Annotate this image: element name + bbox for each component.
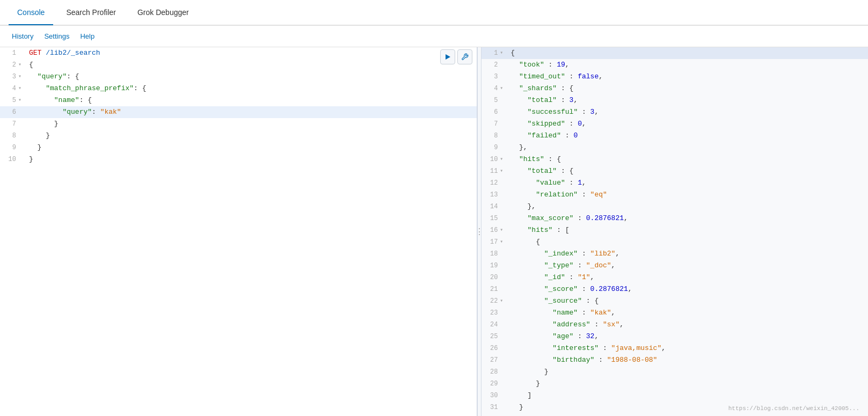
response-line-content: "_score" : 0.2876821,: [508, 283, 868, 295]
response-line: 4▾ "_shards" : {: [482, 83, 868, 94]
response-fold-arrow[interactable]: ▾: [500, 295, 505, 307]
response-line-content: },: [508, 142, 868, 154]
settings-button[interactable]: Settings: [41, 30, 72, 42]
response-line-content: "took" : 19,: [508, 59, 868, 71]
code-editor[interactable]: 1 GET /lib2/_search2▾{3▾ "query": {4▾ "m…: [0, 47, 477, 416]
response-line-number: 20: [486, 272, 498, 283]
line-number: 10: [4, 154, 16, 165]
response-line-gutter: 17▾: [482, 236, 508, 248]
response-fold-arrow[interactable]: ▾: [500, 224, 505, 236]
response-line-number: 14: [486, 201, 498, 213]
response-line-number: 1: [486, 47, 498, 59]
response-line: 3 "timed_out" : false,: [482, 71, 868, 83]
history-button[interactable]: History: [9, 30, 37, 42]
line-content: "name": {: [27, 94, 477, 106]
response-panel: 1▾{2 "took" : 19,3 "timed_out" : false,4…: [482, 47, 868, 416]
editor-line: 1 GET /lib2/_search: [0, 47, 477, 59]
response-line-gutter: 23: [482, 307, 508, 319]
response-line: 12 "value" : 1,: [482, 177, 868, 189]
response-line-number: 27: [486, 354, 498, 366]
response-line-content: "failed" : 0: [508, 130, 868, 142]
response-line: 28 }: [482, 366, 868, 378]
line-gutter: 5▾: [0, 94, 27, 106]
line-content: "match_phrase_prefix": {: [27, 83, 477, 94]
response-fold-arrow[interactable]: ▾: [500, 165, 505, 177]
help-button[interactable]: Help: [77, 30, 98, 42]
fold-arrow[interactable]: ▾: [18, 83, 24, 94]
fold-arrow[interactable]: ▾: [18, 71, 24, 83]
response-line-gutter: 27: [482, 354, 508, 366]
fold-arrow[interactable]: ▾: [18, 94, 24, 106]
editor-line: 4▾ "match_phrase_prefix": {: [0, 83, 477, 94]
response-line: 6 "successful" : 3,: [482, 106, 868, 118]
response-line-gutter: 26: [482, 342, 508, 354]
response-line: 10▾ "hits" : {: [482, 154, 868, 165]
watermark: https://blog.csdn.net/weixin_42005...: [728, 405, 859, 412]
response-line-number: 8: [486, 130, 498, 142]
response-line: 30 ]: [482, 390, 868, 402]
response-line-gutter: 16▾: [482, 224, 508, 236]
line-gutter: 6: [0, 106, 27, 118]
response-line-content: "birthday" : "1988-08-08": [508, 354, 868, 366]
response-line-content: "relation" : "eq": [508, 189, 868, 201]
response-line-content: "name" : "kak",: [508, 307, 868, 319]
tab-console[interactable]: Console: [9, 1, 53, 25]
line-gutter: 1: [0, 47, 27, 59]
response-line: 2 "took" : 19,: [482, 59, 868, 71]
line-gutter: 8: [0, 130, 27, 142]
response-line-gutter: 5: [482, 94, 508, 106]
response-fold-arrow[interactable]: ▾: [500, 154, 505, 165]
response-line-gutter: 7: [482, 118, 508, 130]
response-line-gutter: 15: [482, 213, 508, 224]
line-number: 5: [4, 94, 16, 106]
response-line-content: "hits" : [: [508, 224, 868, 236]
response-line-number: 24: [486, 319, 498, 331]
response-line-content: "value" : 1,: [508, 177, 868, 189]
response-line-number: 22: [486, 295, 498, 307]
line-number: 2: [4, 59, 16, 71]
response-line-content: "_index" : "lib2",: [508, 248, 868, 260]
editor-line: 2▾{: [0, 59, 477, 71]
response-line-content: {: [508, 47, 868, 59]
response-line-gutter: 20: [482, 272, 508, 283]
response-line-content: },: [508, 201, 868, 213]
response-line: 5 "total" : 3,: [482, 94, 868, 106]
response-line-gutter: 1▾: [482, 47, 508, 59]
response-fold-arrow[interactable]: ▾: [500, 236, 505, 248]
response-line-gutter: 2: [482, 59, 508, 71]
response-line-content: "_source" : {: [508, 295, 868, 307]
response-line-number: 18: [486, 248, 498, 260]
response-fold-arrow[interactable]: ▾: [500, 83, 505, 94]
response-line-content: "total" : {: [508, 165, 868, 177]
resize-handle[interactable]: ⋮: [477, 47, 482, 416]
line-gutter: 2▾: [0, 59, 27, 71]
response-line-content: "age" : 32,: [508, 331, 868, 342]
response-line: 24 "address" : "sx",: [482, 319, 868, 331]
top-nav: Console Search Profiler Grok Debugger: [0, 0, 868, 26]
response-line: 13 "relation" : "eq": [482, 189, 868, 201]
response-line-number: 21: [486, 283, 498, 295]
wrench-button[interactable]: [457, 49, 472, 64]
response-fold-arrow[interactable]: ▾: [500, 47, 505, 59]
tab-search-profiler[interactable]: Search Profiler: [57, 1, 125, 25]
response-line-number: 13: [486, 189, 498, 201]
editor-line: 5▾ "name": {: [0, 94, 477, 106]
line-content: }: [27, 154, 477, 165]
tab-grok-debugger[interactable]: Grok Debugger: [129, 1, 198, 25]
response-line-content: "_shards" : {: [508, 83, 868, 94]
line-gutter: 10: [0, 154, 27, 165]
line-content: }: [27, 130, 477, 142]
line-number: 8: [4, 130, 16, 142]
response-line-gutter: 28: [482, 366, 508, 378]
response-line-gutter: 8: [482, 130, 508, 142]
response-line: 17▾ {: [482, 236, 868, 248]
response-line-content: "interests" : "java,music",: [508, 342, 868, 354]
editor-line: 10 }: [0, 154, 477, 165]
response-line-number: 32: [486, 413, 498, 416]
run-button[interactable]: [440, 49, 455, 64]
response-line: 9 },: [482, 142, 868, 154]
line-gutter: 3▾: [0, 71, 27, 83]
fold-arrow[interactable]: ▾: [18, 59, 24, 71]
response-line-number: 5: [486, 94, 498, 106]
response-line-gutter: 19: [482, 260, 508, 272]
